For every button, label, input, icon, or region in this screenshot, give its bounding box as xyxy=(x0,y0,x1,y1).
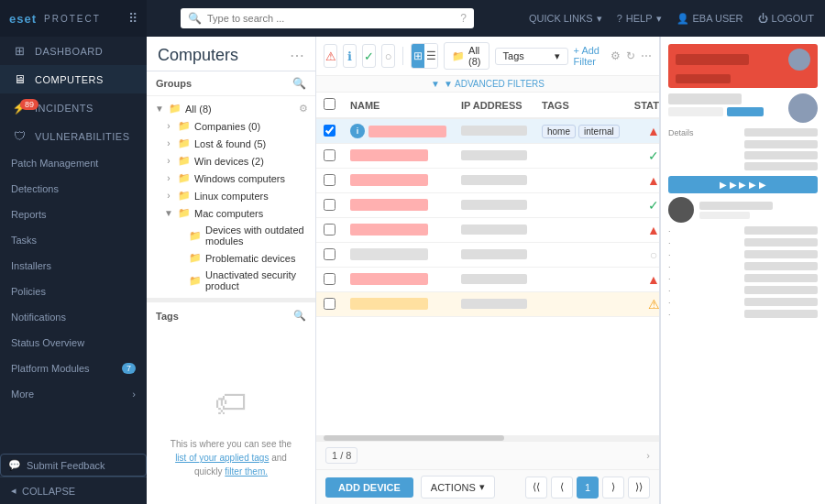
tag-home[interactable]: home xyxy=(542,125,576,138)
sidebar-item-vulnerabilities[interactable]: 🛡 VULNERABILITIES xyxy=(0,122,147,150)
sidebar-item-installers[interactable]: Installers xyxy=(0,253,147,279)
refresh-icon[interactable]: ↻ xyxy=(626,49,635,62)
filter-inactive-btn[interactable]: ○ xyxy=(381,44,395,68)
table-row[interactable]: ▲ xyxy=(316,268,659,292)
table-row[interactable]: ▲ xyxy=(316,169,659,193)
sidebar-item-patch[interactable]: Patch Management xyxy=(0,150,147,176)
col-name[interactable]: NAME xyxy=(343,93,454,118)
pagination-last-button[interactable]: ⟩⟩ xyxy=(628,477,650,499)
sidebar-item-status-overview[interactable]: Status Overview xyxy=(0,330,147,356)
pagination-prev-button[interactable]: ⟨ xyxy=(551,477,573,499)
row-check-5[interactable] xyxy=(324,224,336,236)
filter-more-icon[interactable]: ⋯ xyxy=(641,49,652,62)
sidebar-item-incidents[interactable]: 89 ⚡ INCIDENTS xyxy=(0,93,147,122)
scroll-right-icon[interactable]: › xyxy=(646,450,650,461)
tree-item-win-devices[interactable]: › 📁 Win devices (2) xyxy=(147,152,315,170)
table-row[interactable]: ✓ xyxy=(316,193,659,218)
row-check-2[interactable] xyxy=(324,149,336,161)
tree-settings-icon[interactable]: ⚙ xyxy=(299,103,308,115)
tags-dropdown[interactable]: Tags ▾ xyxy=(495,48,568,65)
help-button[interactable]: ? HELP ▾ xyxy=(617,13,662,25)
sidebar-item-computers[interactable]: 🖥 COMPUTERS xyxy=(0,65,147,93)
row-checkbox-1[interactable] xyxy=(316,118,343,144)
tags-filter-link[interactable]: filter them. xyxy=(225,466,268,477)
sidebar-item-notifications[interactable]: Notifications xyxy=(0,304,147,330)
tree-toggle-all: ▼ xyxy=(154,104,165,114)
row-check-8[interactable] xyxy=(324,298,336,310)
row-check-7[interactable] xyxy=(324,273,336,285)
filter-ok-btn[interactable]: ✓ xyxy=(362,44,376,68)
panel-options-icon[interactable]: ⋯ xyxy=(290,47,304,64)
filter-info-btn[interactable]: ℹ xyxy=(343,44,357,68)
tree-item-unactivated[interactable]: 📁 Unactivated security product xyxy=(147,267,315,294)
table-row[interactable]: ⚠ xyxy=(316,292,659,317)
row-check-4[interactable] xyxy=(324,199,336,211)
submit-feedback-button[interactable]: 💬 Submit Feedback xyxy=(0,454,147,477)
select-all-checkbox[interactable] xyxy=(324,98,336,110)
col-ip[interactable]: IP ADDRESS xyxy=(454,93,534,118)
row-check-3[interactable] xyxy=(324,174,336,186)
row-checkbox-7[interactable] xyxy=(316,268,343,292)
logout-button[interactable]: ⏻ LOGOUT xyxy=(758,13,814,24)
pagination-current-page[interactable]: 1 xyxy=(577,477,599,499)
row-checkbox-2[interactable] xyxy=(316,144,343,169)
tree-item-windows-computers[interactable]: › 📁 Windows computers xyxy=(147,170,315,187)
collapse-button[interactable]: ◂ COLLAPSE xyxy=(0,477,147,504)
right-action-button[interactable]: ▶ ▶ ▶ ▶ ▶ xyxy=(668,176,818,193)
sidebar-item-detections[interactable]: Detections xyxy=(0,176,147,202)
row-check-1[interactable] xyxy=(324,125,336,137)
tree-item-lost-found[interactable]: › 📁 Lost & found (5) xyxy=(147,135,315,152)
table-row[interactable]: ✓ xyxy=(316,144,659,169)
search-input[interactable] xyxy=(207,13,455,24)
sidebar-item-tasks[interactable]: Tasks xyxy=(0,227,147,253)
right-device-link[interactable] xyxy=(727,107,764,116)
col-status[interactable]: STATUS xyxy=(627,93,659,118)
tree-item-mac-computers[interactable]: ▼ 📁 Mac computers xyxy=(147,204,315,222)
tree-item-all[interactable]: ▼ 📁 All (8) ⚙ xyxy=(147,100,315,117)
tags-link[interactable]: list of your applied tags xyxy=(175,453,269,463)
grid-icon[interactable]: ⠿ xyxy=(128,11,138,26)
sidebar-item-reports[interactable]: Reports xyxy=(0,202,147,227)
sidebar-item-policies[interactable]: Policies xyxy=(0,279,147,304)
table-wrapper: NAME IP ADDRESS TAGS STATUS ⚙ xyxy=(316,93,659,435)
table-settings-icon[interactable]: ⚙ xyxy=(610,49,621,62)
tree-item-companies[interactable]: › 📁 Companies (0) xyxy=(147,117,315,135)
row-checkbox-8[interactable] xyxy=(316,292,343,317)
pagination-next-button[interactable]: ⟩ xyxy=(602,477,624,499)
filter-warning-btn[interactable]: ⚠ xyxy=(324,44,337,68)
sidebar-item-platform-modules[interactable]: Platform Modules 7 xyxy=(0,356,147,381)
advanced-filters-button[interactable]: ▼ ▼ ADVANCED FILTERS xyxy=(431,79,544,89)
actions-button[interactable]: ACTIONS ▾ xyxy=(421,476,495,499)
sidebar-item-dashboard[interactable]: ⊞ DASHBOARD xyxy=(0,37,147,65)
row-checkbox-6[interactable] xyxy=(316,243,343,268)
row-name-4 xyxy=(343,193,454,218)
grid-view-button[interactable]: ⊞ xyxy=(412,44,424,68)
tree-item-outdated-modules[interactable]: 📁 Devices with outdated modules xyxy=(147,222,315,249)
tree-item-problematic[interactable]: 📁 Problematic devices xyxy=(147,249,315,267)
sidebar-item-more[interactable]: More › xyxy=(0,381,147,407)
row-checkbox-4[interactable] xyxy=(316,193,343,218)
tags-search-icon[interactable]: 🔍 xyxy=(293,310,306,322)
all-badge-button[interactable]: 📁 All (8) xyxy=(444,42,489,70)
row-checkbox-3[interactable] xyxy=(316,169,343,193)
list-view-button[interactable]: ☰ xyxy=(424,44,437,68)
quick-links-button[interactable]: QUICK LINKS ▾ xyxy=(529,13,602,25)
col-tags[interactable]: TAGS xyxy=(534,93,627,118)
table-row[interactable]: ○ xyxy=(316,243,659,268)
spec-value-6 xyxy=(744,286,818,294)
add-device-button[interactable]: ADD DEVICE xyxy=(325,477,413,498)
add-filter-button[interactable]: + Add Filter xyxy=(574,45,601,67)
tree-item-linux-computers[interactable]: › 📁 Linux computers xyxy=(147,187,315,204)
table-footer: 1 / 8 › xyxy=(316,441,659,469)
tag-internal[interactable]: internal xyxy=(578,125,620,138)
search-box[interactable]: 🔍 ? xyxy=(181,8,474,28)
row-checkbox-5[interactable] xyxy=(316,218,343,243)
pagination-first-button[interactable]: ⟨⟨ xyxy=(525,477,547,499)
user-button[interactable]: 👤 EBA USER xyxy=(676,13,743,25)
row-check-6[interactable] xyxy=(324,248,336,260)
table-row[interactable]: ▲ xyxy=(316,218,659,243)
warning-icon: ⚠ xyxy=(325,49,336,63)
row-tags-5 xyxy=(534,218,627,243)
table-row[interactable]: i home internal ▲ xyxy=(316,118,659,144)
groups-search-icon[interactable]: 🔍 xyxy=(292,77,306,90)
